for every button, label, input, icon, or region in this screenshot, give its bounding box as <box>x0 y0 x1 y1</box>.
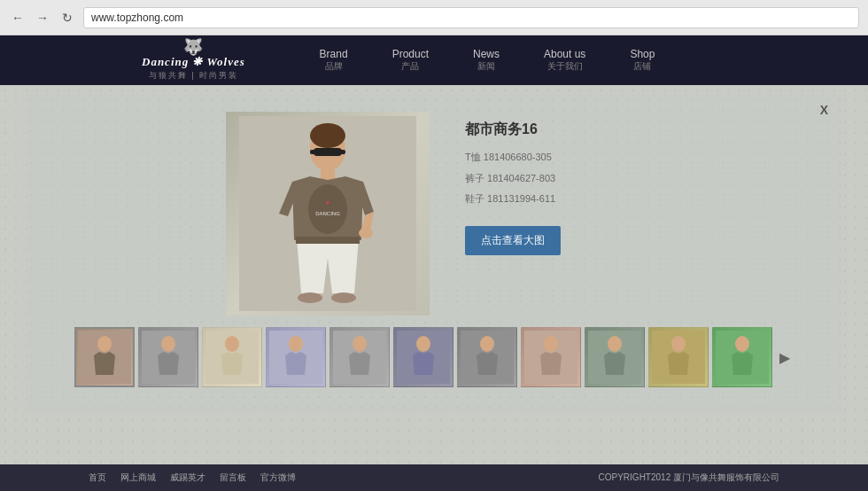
svg-point-29 <box>544 336 558 352</box>
footer-link-home[interactable]: 首页 <box>89 472 106 484</box>
product-shoes: 鞋子 181131994-611 <box>465 191 642 207</box>
nav-item-shop[interactable]: Shop 店铺 <box>630 48 655 73</box>
close-button[interactable]: X <box>820 103 828 117</box>
thumbnail-9[interactable] <box>585 327 645 387</box>
logo-wolf-icon: 🐺 <box>183 39 203 55</box>
svg-point-19 <box>225 336 239 352</box>
svg-point-31 <box>608 336 622 352</box>
thumbnail-8[interactable] <box>521 327 581 387</box>
svg-rect-11 <box>296 237 360 244</box>
svg-point-13 <box>331 292 356 303</box>
svg-point-21 <box>289 336 303 352</box>
svg-point-10 <box>359 228 373 238</box>
svg-point-15 <box>97 336 112 352</box>
thumbnail-2[interactable] <box>138 327 198 387</box>
thumbnail-6[interactable] <box>393 327 453 387</box>
product-info: 都市商务16 T恤 181406680-305 裤子 181404627-803… <box>465 112 642 255</box>
site-main: X <box>0 85 868 464</box>
svg-point-17 <box>161 336 175 352</box>
nav-item-news[interactable]: News 新闻 <box>473 48 500 73</box>
thumbnail-10[interactable] <box>648 327 709 387</box>
footer-link-weibo[interactable]: 官方微博 <box>260 472 296 484</box>
svg-rect-5 <box>338 150 345 154</box>
svg-point-33 <box>671 336 686 352</box>
main-nav: Brand 品牌 Product 产品 News 新闻 About us 关于我… <box>320 48 655 73</box>
product-pants: 裤子 181404627-803 <box>465 171 642 187</box>
svg-point-23 <box>353 336 367 352</box>
logo: 🐺 Dancing ❋ Wolves 与狼共舞 | 时尚男装 <box>142 39 245 82</box>
svg-point-2 <box>310 123 345 148</box>
view-large-button[interactable]: 点击查看大图 <box>465 226 561 255</box>
nav-item-brand[interactable]: Brand 品牌 <box>320 48 348 73</box>
thumbnail-7[interactable] <box>457 327 517 387</box>
product-title: 都市商务16 <box>465 121 642 139</box>
site-footer: 首页 网上商城 威踢英才 留言板 官方微博 COPYRIGHT2012 厦门与像… <box>0 464 868 491</box>
thumbnail-5[interactable] <box>329 327 390 387</box>
logo-brand-cn: 与狼共舞 | 时尚男装 <box>149 70 238 82</box>
site-header: 🐺 Dancing ❋ Wolves 与狼共舞 | 时尚男装 Brand 品牌 … <box>0 35 868 85</box>
svg-point-12 <box>298 292 322 303</box>
svg-text:DANCING: DANCING <box>315 211 340 216</box>
footer-copyright: COPYRIGHT2012 厦门与像共舞服饰有限公司 <box>599 472 779 484</box>
forward-button[interactable]: → <box>34 9 51 27</box>
nav-item-product[interactable]: Product 产品 <box>392 48 429 73</box>
thumbnail-3[interactable] <box>202 327 262 387</box>
product-content: ♦ DANCING <box>53 112 815 316</box>
website: 🐺 Dancing ❋ Wolves 与狼共舞 | 时尚男装 Brand 品牌 … <box>0 35 868 491</box>
svg-text:♦: ♦ <box>326 199 329 207</box>
footer-link-shop[interactable]: 网上商城 <box>120 472 156 484</box>
browser-toolbar: ← → ↻ <box>0 0 868 35</box>
product-overlay: X <box>27 94 841 412</box>
refresh-button[interactable]: ↻ <box>58 9 76 27</box>
svg-point-35 <box>735 336 749 352</box>
thumbnail-next-button[interactable]: ▶ <box>776 349 794 366</box>
address-bar[interactable] <box>83 7 859 28</box>
svg-point-25 <box>416 336 430 352</box>
logo-brand-en: Dancing ❋ Wolves <box>142 55 245 69</box>
svg-point-27 <box>480 336 494 352</box>
product-main-image: ♦ DANCING <box>226 112 430 316</box>
thumbnail-1[interactable] <box>74 327 135 387</box>
svg-point-7 <box>308 184 347 234</box>
thumbnail-strip: ▶ <box>53 320 815 394</box>
svg-rect-4 <box>310 150 317 154</box>
footer-link-message[interactable]: 留言板 <box>220 472 246 484</box>
svg-rect-3 <box>314 148 342 156</box>
thumbnail-11[interactable] <box>712 327 772 387</box>
footer-links: 首页 网上商城 威踢英才 留言板 官方微博 <box>89 472 296 484</box>
nav-item-about[interactable]: About us 关于我们 <box>544 48 585 73</box>
thumbnail-4[interactable] <box>266 327 326 387</box>
back-button[interactable]: ← <box>9 9 27 27</box>
footer-link-talent[interactable]: 威踢英才 <box>170 472 205 484</box>
product-shirt: T恤 181406680-305 <box>465 150 642 166</box>
